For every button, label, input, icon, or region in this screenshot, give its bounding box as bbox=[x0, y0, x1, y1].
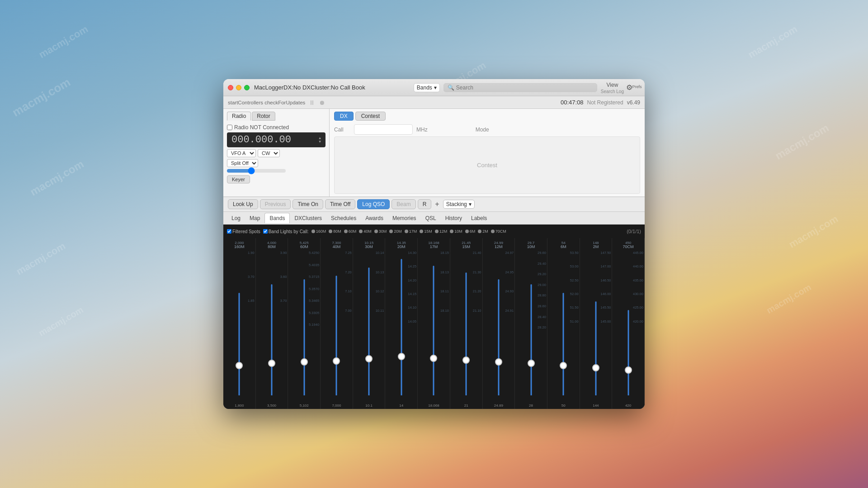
band-60m-filter[interactable]: 60M bbox=[344, 229, 357, 234]
app-window: MacLoggerDX:No DXCluster:No Call Book Ba… bbox=[223, 79, 645, 409]
band-name-17m: 17M bbox=[418, 244, 450, 249]
minimize-button[interactable] bbox=[236, 85, 241, 90]
band-tick: 3.70 bbox=[280, 299, 287, 303]
band-handle-12m[interactable] bbox=[495, 358, 502, 366]
band-name-30m: 30M bbox=[353, 244, 385, 249]
band-17m-filter[interactable]: 17M bbox=[405, 229, 417, 234]
stacking-label: Stacking bbox=[446, 201, 467, 207]
call-input[interactable] bbox=[354, 124, 413, 135]
band-tick: 10.11 bbox=[376, 309, 384, 313]
tab-labels[interactable]: Labels bbox=[467, 213, 491, 223]
tab-contest[interactable]: Contest bbox=[355, 112, 386, 121]
tab-dx[interactable]: DX bbox=[334, 112, 354, 121]
time-off-button[interactable]: Time Off bbox=[325, 199, 355, 209]
band-name-12m: 12M bbox=[483, 244, 515, 249]
tab-memories[interactable]: Memories bbox=[388, 213, 421, 223]
toolbar-status: Not Registered bbox=[587, 99, 623, 106]
vfo-select[interactable]: VFO A bbox=[227, 149, 256, 157]
band-bottom-label-160m: 1,800 bbox=[223, 404, 255, 408]
search-input[interactable] bbox=[456, 84, 593, 91]
radio-panel: Radio Rotor Radio NOT Connected 000.000.… bbox=[223, 109, 330, 197]
tab-radio[interactable]: Radio bbox=[227, 112, 251, 121]
rf-slider[interactable] bbox=[227, 169, 286, 173]
band-handle-10m[interactable] bbox=[528, 360, 535, 367]
prefs-button[interactable]: ⚙ Prefs bbox=[627, 81, 640, 94]
pause-icon: ⏸ bbox=[309, 99, 315, 106]
mode-label: Mode bbox=[476, 127, 489, 133]
previous-button[interactable]: Previous bbox=[260, 199, 291, 209]
band-tick: 24.95 bbox=[505, 270, 514, 274]
radio-not-connected-label: Radio NOT Connected bbox=[234, 124, 289, 131]
band-handle-15m[interactable] bbox=[462, 357, 470, 364]
split-select[interactable]: Split Off bbox=[227, 159, 258, 167]
band-handle-17m[interactable] bbox=[430, 355, 437, 362]
band-160m-filter[interactable]: 160M bbox=[311, 229, 326, 234]
band-10m-filter[interactable]: 10M bbox=[450, 229, 462, 234]
band-handle-160m[interactable] bbox=[236, 362, 243, 369]
band-40m-filter[interactable]: 40M bbox=[359, 229, 372, 234]
band-tick: 5.3465 bbox=[309, 299, 319, 303]
radio-connected-checkbox[interactable] bbox=[227, 125, 232, 130]
look-up-button[interactable]: Look Up bbox=[228, 199, 258, 209]
close-button[interactable] bbox=[228, 85, 233, 90]
band-handle-60m[interactable] bbox=[301, 358, 308, 366]
frequency-stepper[interactable]: ▲ ▼ bbox=[319, 136, 321, 144]
stacking-select[interactable]: Stacking ▾ bbox=[443, 200, 475, 209]
band-12m-filter[interactable]: 12M bbox=[435, 229, 448, 234]
band-15m-filter[interactable]: 15M bbox=[420, 229, 432, 234]
band-tick: 21.20 bbox=[473, 289, 481, 293]
band-70cm-filter[interactable]: 70CM bbox=[491, 229, 506, 234]
band-30m-filter[interactable]: 30M bbox=[374, 229, 387, 234]
log-qso-button[interactable]: Log QSO bbox=[357, 199, 390, 209]
bands-select[interactable]: Bands ▾ bbox=[414, 83, 440, 92]
band-bar-80m bbox=[271, 284, 273, 395]
tab-qsl[interactable]: QSL bbox=[421, 213, 441, 223]
band-2m-filter[interactable]: 2M bbox=[478, 229, 488, 234]
mode-select[interactable]: CW bbox=[258, 149, 280, 157]
band-col-30m: 10.1530M10.1410.1310.1210.1110.1↑ bbox=[353, 238, 386, 409]
keyer-button[interactable]: Keyer bbox=[227, 175, 250, 183]
tab-rotor[interactable]: Rotor bbox=[252, 112, 275, 121]
band-tick: 14.10 bbox=[408, 305, 416, 310]
band-handle-2m[interactable] bbox=[592, 364, 599, 371]
tab-map[interactable]: Map bbox=[245, 213, 264, 223]
band-tick: 21.30 bbox=[473, 270, 481, 274]
band-tick: 52.50 bbox=[570, 278, 579, 282]
time-on-button[interactable]: Time On bbox=[292, 199, 323, 209]
plus-button[interactable]: + bbox=[433, 200, 441, 208]
filtered-spots-checkbox[interactable]: Filtered Spots bbox=[227, 229, 260, 234]
tab-schedules[interactable]: Schedules bbox=[326, 213, 361, 223]
tab-log[interactable]: Log bbox=[227, 213, 245, 223]
band-tick: 14.15 bbox=[408, 292, 416, 296]
beam-button[interactable]: Beam bbox=[392, 199, 415, 209]
band-tick: 7.20 bbox=[345, 270, 352, 274]
search-log-label[interactable]: Search Log bbox=[601, 89, 624, 94]
stacking-chevron-icon: ▾ bbox=[469, 201, 472, 207]
band-handle-80m[interactable] bbox=[268, 360, 275, 367]
band-6m-filter[interactable]: 6M bbox=[465, 229, 476, 234]
band-handle-6m[interactable] bbox=[560, 362, 567, 369]
band-tick: 146.00 bbox=[600, 292, 611, 296]
tab-awards[interactable]: Awards bbox=[361, 213, 388, 223]
tab-history[interactable]: History bbox=[441, 213, 467, 223]
band-tick: 147.50 bbox=[600, 251, 611, 255]
band-tick: 5.4035 bbox=[309, 263, 319, 267]
freq-down-icon[interactable]: ▼ bbox=[319, 140, 321, 144]
band-lights-checkbox[interactable]: Band Lights by Call: bbox=[263, 229, 309, 234]
band-handle-40m[interactable] bbox=[333, 357, 340, 365]
band-visualizer: 2,000160M1.903.701.851,8004,00080M3.903.… bbox=[223, 238, 645, 409]
band-handle-20m[interactable] bbox=[398, 353, 405, 360]
band-tick: 18.15 bbox=[440, 251, 449, 255]
r-button[interactable]: R bbox=[418, 199, 432, 209]
band-20m-filter[interactable]: 20M bbox=[389, 229, 402, 234]
band-handle-70cm[interactable] bbox=[625, 366, 632, 374]
band-tick: 7.25 bbox=[345, 251, 352, 255]
band-80m-filter[interactable]: 80M bbox=[329, 229, 341, 234]
view-button[interactable]: View bbox=[604, 81, 621, 89]
band-col-2m: 1482M147.50147.00146.50146.00145.50145.0… bbox=[580, 238, 613, 409]
band-filter-bar: Filtered Spots Band Lights by Call: 160M… bbox=[223, 225, 645, 238]
maximize-button[interactable] bbox=[244, 85, 250, 90]
tab-dxclusters[interactable]: DXClusters bbox=[290, 213, 326, 223]
tab-bands[interactable]: Bands bbox=[264, 213, 290, 223]
band-handle-30m[interactable] bbox=[365, 355, 373, 362]
